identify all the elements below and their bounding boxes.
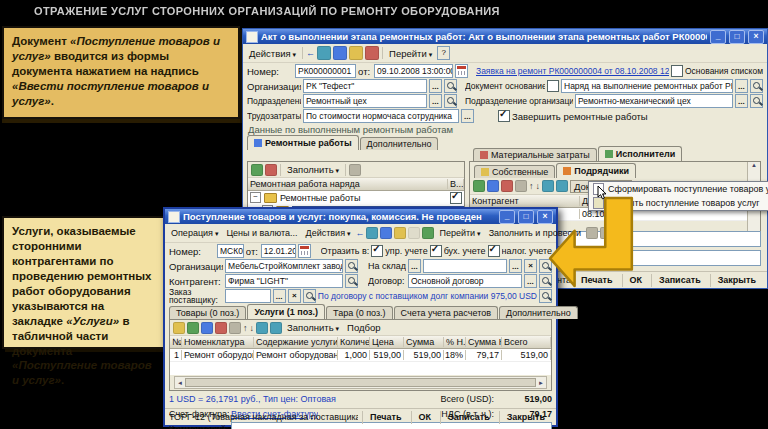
organization-field[interactable]: РК "Тефест": [303, 79, 427, 93]
bases-list-checkbox[interactable]: [671, 65, 683, 77]
labor-field[interactable]: По стоимости нормочаса сотрудника: [303, 109, 459, 123]
reread-icon[interactable]: [317, 46, 331, 60]
col-vat-sum[interactable]: Сумма Н...: [466, 337, 502, 347]
post-document-icon[interactable]: [349, 46, 363, 60]
select-button[interactable]: [735, 79, 748, 93]
copy-icon[interactable]: [380, 227, 392, 239]
structure-icon[interactable]: [422, 227, 434, 239]
act-titlebar[interactable]: Акт о выполнении этапа ремонтных работ: …: [243, 29, 767, 44]
finish-works-checkbox[interactable]: [498, 110, 510, 122]
calendar-icon[interactable]: [298, 244, 311, 258]
move-down-icon[interactable]: ↓: [536, 181, 541, 191]
close-button[interactable]: Закрыть: [710, 274, 763, 287]
select-button[interactable]: [461, 109, 474, 123]
maximize-button[interactable]: □: [729, 30, 745, 44]
tab-material-costs[interactable]: Материальные затраты: [473, 148, 597, 161]
print-button[interactable]: Печать: [362, 411, 408, 424]
edit-icon[interactable]: [201, 322, 213, 334]
tab-settlement-accounts[interactable]: Счета учета расчетов: [394, 306, 498, 319]
open-button[interactable]: [444, 79, 457, 93]
list-icon[interactable]: [349, 164, 361, 176]
copy-icon[interactable]: [487, 180, 499, 192]
col-nomenclature[interactable]: Номенклатура: [182, 337, 254, 347]
tab-goods[interactable]: Товары (0 поз.): [169, 306, 246, 319]
col-total[interactable]: Всего: [502, 337, 551, 347]
tab-additional[interactable]: Дополнительно: [360, 137, 439, 150]
move-up-icon[interactable]: ↑: [529, 181, 534, 191]
horizontal-scrollbar[interactable]: ◄ ►: [174, 376, 547, 389]
select-button[interactable]: [408, 259, 421, 273]
base-doc-checkbox[interactable]: [547, 80, 559, 92]
minimize-button[interactable]: _: [499, 210, 515, 224]
organization-field[interactable]: МебельСтройКомплект завод: [225, 259, 343, 273]
fill-menu-button[interactable]: Заполнить: [284, 322, 342, 333]
open-button[interactable]: [750, 94, 763, 108]
tab-packaging[interactable]: Тара (0 поз.): [326, 306, 393, 319]
minimize-button[interactable]: _: [710, 30, 726, 44]
open-button[interactable]: [303, 289, 316, 303]
fill-menu-button[interactable]: Заполнить: [284, 164, 342, 175]
sort-asc-icon[interactable]: [256, 322, 268, 334]
torg12-print-form[interactable]: ТОРГ-12 (Товарная накладная за поставщик…: [169, 412, 358, 422]
tree-node-root[interactable]: − Ремонтные работы: [248, 191, 464, 204]
goto-menu-button[interactable]: Перейти: [386, 48, 435, 59]
col-service-content[interactable]: Содержание услуги, доп. све...: [254, 337, 338, 347]
select-button[interactable]: [429, 79, 442, 93]
sort-desc-icon[interactable]: [556, 180, 568, 192]
select-button[interactable]: [273, 289, 286, 303]
delete-icon[interactable]: [501, 180, 513, 192]
add-icon[interactable]: [473, 180, 485, 192]
supplier-order-field[interactable]: [225, 289, 271, 303]
base-doc-field[interactable]: Наряд на выполнение ремонтных работ РК00…: [561, 79, 733, 93]
tab-executors[interactable]: Исполнители: [598, 146, 683, 161]
col-quantity[interactable]: Количе...: [338, 337, 370, 347]
maximize-button[interactable]: □: [518, 210, 534, 224]
calendar-icon[interactable]: [455, 64, 468, 78]
sort-asc-icon[interactable]: [542, 180, 554, 192]
select-button[interactable]: [509, 259, 522, 273]
scrollbar-thumb[interactable]: [185, 378, 536, 387]
sort-desc-icon[interactable]: [270, 322, 282, 334]
col-sum[interactable]: Сумма: [404, 337, 444, 347]
tax-accounting-checkbox[interactable]: [488, 245, 500, 257]
pick-button[interactable]: Подбор: [344, 322, 383, 333]
tree-col-check[interactable]: В...: [448, 179, 464, 189]
save-button[interactable]: Записать: [651, 274, 708, 287]
help-button[interactable]: ?: [437, 46, 450, 60]
service-row[interactable]: 1 Ремонт оборудования Ремонт оборудовани…: [170, 349, 551, 362]
tab-services[interactable]: Услуги (1 поз.): [247, 304, 325, 319]
back-arrow-icon[interactable]: ←: [355, 228, 364, 238]
tab-subcontractors[interactable]: Подрядчики: [556, 163, 636, 178]
repair-request-link[interactable]: Заявка на ремонт РК000000004 от 08.10.20…: [476, 66, 669, 76]
select-button[interactable]: [429, 94, 442, 108]
prices-currency-button[interactable]: Цены и валюта...: [223, 228, 300, 238]
actions-menu-button[interactable]: Действия: [246, 48, 299, 59]
close-button[interactable]: Закрыть: [499, 411, 552, 424]
move-up-icon[interactable]: ↑: [243, 323, 248, 333]
select-button[interactable]: [524, 274, 537, 288]
number-field[interactable]: РК000000001: [295, 64, 356, 78]
scroll-left-icon[interactable]: ◄: [177, 380, 183, 386]
close-button[interactable]: ×: [748, 30, 764, 44]
work-checkbox[interactable]: [450, 192, 462, 204]
warehouse-field[interactable]: [423, 259, 507, 273]
copy-icon[interactable]: [187, 322, 199, 334]
contract-field[interactable]: Основной договор: [408, 274, 522, 288]
menu-item-create-receipt[interactable]: Сформировать поступление товаров услуг: [589, 182, 768, 196]
receipt-titlebar[interactable]: Поступление товаров и услуг: покупка, ко…: [165, 209, 556, 224]
move-down-icon[interactable]: ↓: [250, 323, 255, 333]
add-icon[interactable]: [173, 322, 185, 334]
clear-button[interactable]: [524, 259, 537, 273]
back-arrow-icon[interactable]: ←: [306, 48, 315, 58]
col-price[interactable]: Цена: [370, 337, 404, 347]
open-button[interactable]: [345, 274, 358, 288]
number-field[interactable]: МСК00000001: [217, 244, 244, 258]
department-field[interactable]: Ремонтный цех: [303, 94, 427, 108]
operation-menu-button[interactable]: Операция: [168, 228, 221, 238]
open-button[interactable]: [539, 289, 552, 303]
tab-repair-works[interactable]: Ремонтные работы: [247, 135, 359, 150]
open-button[interactable]: [750, 79, 763, 93]
clear-button[interactable]: [288, 289, 301, 303]
tab-own[interactable]: Собственные: [474, 165, 555, 178]
col-vat-rate[interactable]: % Н...: [444, 337, 466, 347]
